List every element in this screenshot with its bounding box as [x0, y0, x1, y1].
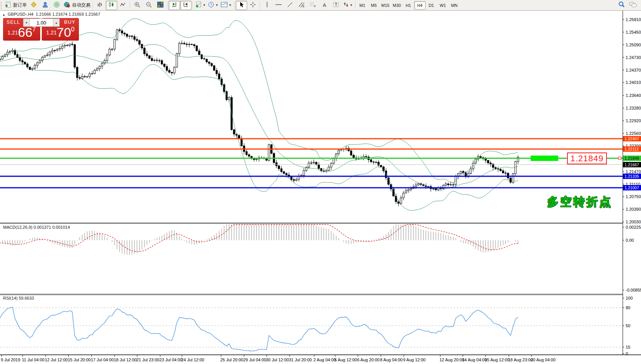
zoom-out-button[interactable] — [143, 1, 154, 10]
timeframe-h1-button[interactable]: H1 — [403, 1, 414, 10]
timeframe-m30-button[interactable]: M30 — [391, 1, 403, 10]
timeframe-h4-button[interactable]: H4 — [414, 1, 426, 10]
collapse-triangle-icon[interactable]: ▲ — [2, 13, 5, 16]
new-order-label: 新订单 — [13, 2, 27, 8]
svg-text:5 Aug 12:00: 5 Aug 12:00 — [334, 357, 357, 362]
ohlc-low: 1.21659 — [69, 12, 84, 16]
profile-icon — [42, 2, 49, 9]
svg-text:80: 80 — [626, 305, 630, 310]
timeframe-mn-button[interactable]: MN — [449, 1, 460, 10]
trendline-button[interactable] — [284, 1, 296, 10]
timeframe-m1-button[interactable]: M1 — [357, 1, 368, 10]
autotrade-button[interactable]: 自动交易 — [62, 1, 92, 10]
new-order-button[interactable]: 新订单 — [4, 1, 28, 10]
cursor-button[interactable] — [236, 1, 247, 10]
sell-price-prefix: 1.21 — [8, 30, 18, 36]
toolbar-separator — [130, 2, 130, 9]
line-chart-button[interactable] — [117, 1, 129, 10]
dropdown-arrow-icon: ▼ — [203, 3, 206, 7]
toolbar-separator — [167, 2, 167, 9]
crosshair-button[interactable] — [247, 1, 259, 10]
timeframe-m5-button[interactable]: M5 — [368, 1, 380, 10]
arrows-button[interactable]: ▼ — [342, 1, 354, 10]
svg-text:1.21470: 1.21470 — [626, 169, 641, 174]
autotrade-label: 自动交易 — [72, 2, 90, 8]
volume-decrease-button[interactable]: ▼ — [23, 19, 30, 26]
mt4-terminal-window: { "toolbar": { "new_order": "新订单", "auto… — [0, 0, 641, 364]
svg-text:1.25090: 1.25090 — [626, 43, 641, 47]
toolbar-separator — [193, 2, 193, 9]
toolbar-separator — [234, 2, 234, 9]
templates-button[interactable]: ▼ — [220, 1, 233, 10]
crayon-button[interactable] — [28, 1, 39, 10]
chat-button[interactable] — [627, 1, 639, 10]
arrows-icon — [343, 2, 349, 9]
svg-text:1.21849: 1.21849 — [625, 156, 639, 161]
zoom-in-button[interactable] — [131, 1, 143, 10]
candle-chart-button[interactable] — [106, 1, 117, 10]
horizontal-line-button[interactable] — [273, 1, 284, 10]
new-chart-button[interactable]: ▼ — [194, 1, 207, 10]
radar-icon — [53, 2, 60, 9]
dropdown-arrow-icon: ▼ — [350, 3, 353, 7]
symbol-name: GBPUSD-,H4 — [8, 12, 33, 16]
main-price-pane — [0, 19, 623, 211]
vertical-line-button[interactable] — [261, 1, 273, 10]
zoom-in-icon — [134, 2, 141, 9]
svg-text:0.002256: 0.002256 — [626, 225, 641, 230]
shift-end-icon — [171, 2, 177, 9]
chart-canvas[interactable]: 1.258101.254501.250901.247301.243701.240… — [0, 0, 641, 364]
equidistant-channel-icon: E — [298, 2, 305, 9]
volume-increase-button[interactable]: ▲ — [53, 19, 59, 26]
svg-text:30 Jul 12:00: 30 Jul 12:00 — [266, 357, 289, 362]
equidistant-channel-button[interactable]: E — [296, 1, 307, 10]
price-callout-box[interactable]: 1.21849 — [567, 152, 607, 164]
periods-button[interactable]: ▼ — [207, 1, 220, 10]
volume-input[interactable]: 1.00 — [30, 19, 53, 26]
svg-text:-0.008553: -0.008553 — [626, 288, 641, 292]
pivot-note-text[interactable]: 多空转折点 — [547, 194, 612, 210]
vertical-line-icon — [265, 2, 269, 9]
timeframe-m15-button[interactable]: M15 — [380, 1, 391, 10]
candle-chart-icon — [108, 2, 115, 9]
radar-button[interactable] — [51, 1, 62, 10]
dropdown-arrow-icon: ▼ — [215, 3, 218, 7]
shift-end-button[interactable] — [169, 1, 180, 10]
callout-anchor-marker — [618, 157, 621, 160]
text-button[interactable]: A — [319, 1, 330, 10]
svg-text:18 Jul 12:00: 18 Jul 12:00 — [114, 357, 137, 362]
svg-text:8 Aug 04:00: 8 Aug 04:00 — [380, 357, 403, 362]
svg-text:24 Jul 12:00: 24 Jul 12:00 — [181, 357, 204, 362]
timeframe-w1-button[interactable]: W1 — [437, 1, 449, 10]
search-button[interactable] — [616, 1, 627, 10]
timeframe-d1-button[interactable]: D1 — [426, 1, 437, 10]
ohlc-high: 1.21674 — [52, 12, 67, 16]
sell-price-pip: 7 — [33, 26, 36, 33]
auto-scroll-button[interactable] — [180, 1, 192, 10]
svg-text:20 Aug 04:00: 20 Aug 04:00 — [531, 357, 556, 362]
dropdown-arrow-icon: ▼ — [229, 3, 232, 7]
bar-chart-button[interactable] — [94, 1, 106, 10]
rsi-pane — [0, 307, 623, 351]
pivot-highlight-rect — [531, 156, 558, 161]
fibonacci-button[interactable]: F — [307, 1, 319, 10]
svg-text:1.23640: 1.23640 — [626, 93, 641, 98]
tile-windows-button[interactable] — [154, 1, 166, 10]
svg-text:1.20030: 1.20030 — [626, 220, 641, 224]
ohlc-close: 1.21667 — [85, 12, 100, 16]
svg-text:1.24730: 1.24730 — [626, 55, 641, 60]
new-order-icon — [5, 2, 11, 9]
svg-text:1.20390: 1.20390 — [626, 207, 641, 212]
sell-label: SELL — [7, 19, 20, 25]
svg-text:1.24010: 1.24010 — [626, 80, 641, 85]
sell-price: 1.21667 — [3, 25, 40, 40]
macd-histogram — [3, 225, 518, 255]
profile-button[interactable] — [39, 1, 51, 10]
auto-scroll-icon — [183, 2, 189, 9]
svg-text:14 Aug 04:00: 14 Aug 04:00 — [462, 357, 487, 362]
svg-text:E: E — [303, 5, 305, 8]
svg-text:100: 100 — [626, 296, 633, 300]
text-label-button[interactable]: T — [330, 1, 342, 10]
rsi-line — [0, 307, 518, 351]
toolbar-grip[interactable] — [1, 2, 3, 9]
